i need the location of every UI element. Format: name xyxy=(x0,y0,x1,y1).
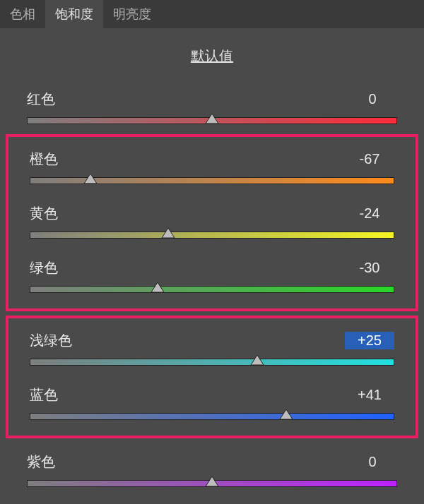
slider-value-red[interactable]: 0 xyxy=(348,90,397,108)
slider-row-purple: 紫色 0 xyxy=(8,443,416,497)
slider-track-aqua[interactable] xyxy=(30,359,394,366)
hsl-panel: 色相 饱和度 明亮度 默认值 红色 0 橙色 -67 xyxy=(0,0,424,504)
slider-track-red[interactable] xyxy=(27,117,397,124)
slider-row-aqua: 浅绿色 +25 xyxy=(11,321,413,376)
slider-row-orange: 橙色 -67 xyxy=(11,140,413,194)
slider-value-orange[interactable]: -67 xyxy=(345,150,394,168)
tab-saturation[interactable]: 饱和度 xyxy=(45,0,103,28)
slider-label-blue: 蓝色 xyxy=(30,385,58,404)
slider-value-aqua[interactable]: +25 xyxy=(345,332,394,349)
slider-track-green[interactable] xyxy=(30,286,394,293)
slider-row-red: 红色 0 xyxy=(8,80,416,134)
tab-bar: 色相 饱和度 明亮度 xyxy=(0,0,424,28)
svg-marker-5 xyxy=(280,409,293,419)
slider-thumb-aqua[interactable] xyxy=(249,354,265,366)
svg-marker-3 xyxy=(151,282,164,292)
highlight-box-1: 橙色 -67 黄色 -24 绿色 -30 xyxy=(6,134,418,311)
tab-hue[interactable]: 色相 xyxy=(0,0,45,28)
slider-row-yellow: 黄色 -24 xyxy=(11,194,413,248)
slider-label-green: 绿色 xyxy=(30,258,58,277)
slider-thumb-orange[interactable] xyxy=(83,172,98,185)
svg-marker-2 xyxy=(162,228,175,238)
slider-track-orange[interactable] xyxy=(30,177,394,184)
slider-row-green: 绿色 -30 xyxy=(11,248,413,303)
slider-label-aqua: 浅绿色 xyxy=(30,331,72,350)
slider-label-orange: 橙色 xyxy=(30,150,58,169)
slider-label-purple: 紫色 xyxy=(27,452,55,472)
slider-label-red: 红色 xyxy=(27,90,55,109)
slider-track-yellow[interactable] xyxy=(30,232,394,239)
slider-thumb-blue[interactable] xyxy=(278,408,294,421)
slider-value-yellow[interactable]: -24 xyxy=(345,205,394,222)
slider-label-yellow: 黄色 xyxy=(30,204,58,223)
svg-marker-6 xyxy=(206,476,218,486)
slider-track-blue[interactable] xyxy=(30,413,394,420)
slider-value-green[interactable]: -30 xyxy=(345,259,394,277)
default-link-text[interactable]: 默认值 xyxy=(191,48,233,64)
tab-luminance[interactable]: 明亮度 xyxy=(103,0,161,28)
slider-thumb-red[interactable] xyxy=(204,112,220,125)
slider-thumb-green[interactable] xyxy=(150,281,165,294)
svg-marker-4 xyxy=(251,355,264,365)
slider-value-blue[interactable]: +41 xyxy=(345,386,394,404)
slider-track-purple[interactable] xyxy=(27,480,397,487)
svg-marker-1 xyxy=(84,174,97,184)
slider-value-purple[interactable]: 0 xyxy=(348,453,397,471)
highlight-box-2: 浅绿色 +25 蓝色 +41 xyxy=(6,316,418,438)
slider-thumb-purple[interactable] xyxy=(204,475,220,488)
slider-list: 红色 0 橙色 -67 黄色 -24 xyxy=(0,80,424,504)
default-link: 默认值 xyxy=(0,47,424,66)
slider-row-blue: 蓝色 +41 xyxy=(11,376,413,430)
slider-thumb-yellow[interactable] xyxy=(160,227,176,239)
svg-marker-0 xyxy=(206,114,218,124)
slider-row-magenta: 洋红 0 xyxy=(8,497,416,504)
